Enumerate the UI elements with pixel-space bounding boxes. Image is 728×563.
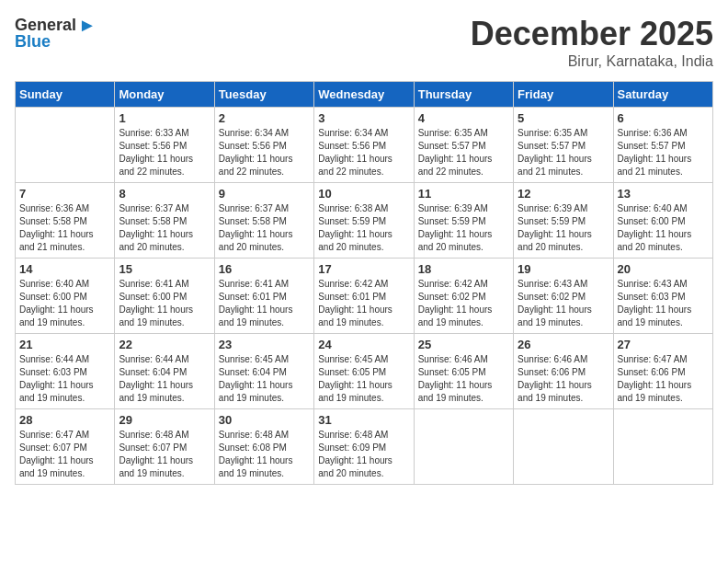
location-title: Birur, Karnataka, India bbox=[471, 53, 713, 70]
day-info: Sunrise: 6:35 AM Sunset: 5:57 PM Dayligh… bbox=[418, 127, 509, 178]
calendar-cell: 17Sunrise: 6:42 AM Sunset: 6:01 PM Dayli… bbox=[314, 259, 414, 334]
day-number: 14 bbox=[19, 262, 110, 276]
calendar-cell: 22Sunrise: 6:44 AM Sunset: 6:04 PM Dayli… bbox=[115, 334, 214, 409]
day-info: Sunrise: 6:45 AM Sunset: 6:04 PM Dayligh… bbox=[219, 353, 310, 405]
calendar-header-sunday: Sunday bbox=[16, 82, 115, 108]
day-number: 17 bbox=[318, 262, 409, 276]
calendar-cell: 7Sunrise: 6:36 AM Sunset: 5:58 PM Daylig… bbox=[16, 183, 115, 259]
month-title: December 2025 bbox=[471, 15, 713, 53]
calendar-week-row: 28Sunrise: 6:47 AM Sunset: 6:07 PM Dayli… bbox=[16, 409, 713, 485]
calendar-cell: 1Sunrise: 6:33 AM Sunset: 5:56 PM Daylig… bbox=[115, 108, 214, 183]
day-info: Sunrise: 6:40 AM Sunset: 6:00 PM Dayligh… bbox=[19, 278, 110, 329]
day-number: 3 bbox=[318, 111, 409, 125]
calendar-week-row: 21Sunrise: 6:44 AM Sunset: 6:03 PM Dayli… bbox=[16, 334, 713, 409]
calendar-cell: 24Sunrise: 6:45 AM Sunset: 6:05 PM Dayli… bbox=[314, 334, 414, 409]
calendar-cell: 15Sunrise: 6:41 AM Sunset: 6:00 PM Dayli… bbox=[115, 259, 214, 334]
day-info: Sunrise: 6:37 AM Sunset: 5:58 PM Dayligh… bbox=[119, 202, 210, 254]
calendar-cell bbox=[414, 409, 513, 485]
day-info: Sunrise: 6:46 AM Sunset: 6:05 PM Dayligh… bbox=[418, 353, 509, 405]
calendar-cell: 29Sunrise: 6:48 AM Sunset: 6:07 PM Dayli… bbox=[115, 409, 214, 485]
calendar-cell: 10Sunrise: 6:38 AM Sunset: 5:59 PM Dayli… bbox=[314, 183, 414, 259]
calendar-cell: 18Sunrise: 6:42 AM Sunset: 6:02 PM Dayli… bbox=[414, 259, 513, 334]
day-info: Sunrise: 6:34 AM Sunset: 5:56 PM Dayligh… bbox=[219, 127, 310, 178]
calendar-cell: 9Sunrise: 6:37 AM Sunset: 5:58 PM Daylig… bbox=[214, 183, 313, 259]
day-number: 16 bbox=[219, 262, 310, 276]
day-number: 11 bbox=[418, 187, 509, 201]
day-info: Sunrise: 6:42 AM Sunset: 6:01 PM Dayligh… bbox=[318, 278, 409, 329]
logo-blue: Blue bbox=[15, 32, 51, 52]
day-number: 26 bbox=[518, 338, 609, 351]
logo: General ► Blue bbox=[15, 15, 97, 52]
calendar-cell: 28Sunrise: 6:47 AM Sunset: 6:07 PM Dayli… bbox=[16, 409, 115, 485]
calendar-header-thursday: Thursday bbox=[414, 82, 513, 108]
day-info: Sunrise: 6:33 AM Sunset: 5:56 PM Dayligh… bbox=[119, 127, 210, 178]
day-number: 28 bbox=[19, 413, 110, 427]
day-info: Sunrise: 6:41 AM Sunset: 6:00 PM Dayligh… bbox=[119, 278, 210, 329]
calendar-cell bbox=[514, 409, 613, 485]
day-info: Sunrise: 6:48 AM Sunset: 6:09 PM Dayligh… bbox=[318, 429, 409, 480]
day-number: 23 bbox=[219, 338, 310, 351]
day-info: Sunrise: 6:43 AM Sunset: 6:03 PM Dayligh… bbox=[618, 278, 709, 329]
day-number: 7 bbox=[19, 187, 110, 201]
calendar-cell: 3Sunrise: 6:34 AM Sunset: 5:56 PM Daylig… bbox=[314, 108, 414, 183]
day-number: 13 bbox=[618, 187, 709, 201]
calendar-cell: 6Sunrise: 6:36 AM Sunset: 5:57 PM Daylig… bbox=[613, 108, 712, 183]
day-number: 22 bbox=[119, 338, 210, 351]
calendar-header-tuesday: Tuesday bbox=[214, 82, 313, 108]
calendar-week-row: 14Sunrise: 6:40 AM Sunset: 6:00 PM Dayli… bbox=[16, 259, 713, 334]
day-info: Sunrise: 6:39 AM Sunset: 5:59 PM Dayligh… bbox=[518, 202, 609, 254]
calendar-cell: 12Sunrise: 6:39 AM Sunset: 5:59 PM Dayli… bbox=[514, 183, 613, 259]
day-number: 2 bbox=[219, 111, 310, 125]
day-number: 19 bbox=[518, 262, 609, 276]
day-info: Sunrise: 6:43 AM Sunset: 6:02 PM Dayligh… bbox=[518, 278, 609, 329]
day-number: 21 bbox=[19, 338, 110, 351]
day-number: 8 bbox=[119, 187, 210, 201]
calendar-cell: 5Sunrise: 6:35 AM Sunset: 5:57 PM Daylig… bbox=[514, 108, 613, 183]
calendar-header-monday: Monday bbox=[115, 82, 214, 108]
calendar-cell: 8Sunrise: 6:37 AM Sunset: 5:58 PM Daylig… bbox=[115, 183, 214, 259]
title-section: December 2025 Birur, Karnataka, India bbox=[471, 15, 713, 70]
calendar-cell: 14Sunrise: 6:40 AM Sunset: 6:00 PM Dayli… bbox=[16, 259, 115, 334]
day-number: 15 bbox=[119, 262, 210, 276]
day-number: 27 bbox=[618, 338, 709, 351]
day-info: Sunrise: 6:35 AM Sunset: 5:57 PM Dayligh… bbox=[518, 127, 609, 178]
calendar-header-saturday: Saturday bbox=[613, 82, 712, 108]
calendar-cell: 26Sunrise: 6:46 AM Sunset: 6:06 PM Dayli… bbox=[514, 334, 613, 409]
day-info: Sunrise: 6:39 AM Sunset: 5:59 PM Dayligh… bbox=[418, 202, 509, 254]
calendar-header-friday: Friday bbox=[514, 82, 613, 108]
calendar-cell: 20Sunrise: 6:43 AM Sunset: 6:03 PM Dayli… bbox=[613, 259, 712, 334]
day-number: 20 bbox=[618, 262, 709, 276]
day-number: 1 bbox=[119, 111, 210, 125]
calendar-cell: 25Sunrise: 6:46 AM Sunset: 6:05 PM Dayli… bbox=[414, 334, 513, 409]
day-info: Sunrise: 6:48 AM Sunset: 6:08 PM Dayligh… bbox=[219, 429, 310, 480]
day-number: 4 bbox=[418, 111, 509, 125]
day-info: Sunrise: 6:42 AM Sunset: 6:02 PM Dayligh… bbox=[418, 278, 509, 329]
calendar-table: SundayMondayTuesdayWednesdayThursdayFrid… bbox=[15, 81, 713, 485]
calendar-cell: 23Sunrise: 6:45 AM Sunset: 6:04 PM Dayli… bbox=[214, 334, 313, 409]
calendar-cell: 19Sunrise: 6:43 AM Sunset: 6:02 PM Dayli… bbox=[514, 259, 613, 334]
day-info: Sunrise: 6:36 AM Sunset: 5:57 PM Dayligh… bbox=[618, 127, 709, 178]
calendar-cell bbox=[16, 108, 115, 183]
calendar-cell: 16Sunrise: 6:41 AM Sunset: 6:01 PM Dayli… bbox=[214, 259, 313, 334]
day-info: Sunrise: 6:44 AM Sunset: 6:04 PM Dayligh… bbox=[119, 353, 210, 405]
day-info: Sunrise: 6:45 AM Sunset: 6:05 PM Dayligh… bbox=[318, 353, 409, 405]
calendar-cell bbox=[613, 409, 712, 485]
calendar-cell: 31Sunrise: 6:48 AM Sunset: 6:09 PM Dayli… bbox=[314, 409, 414, 485]
day-number: 31 bbox=[318, 413, 409, 427]
day-info: Sunrise: 6:37 AM Sunset: 5:58 PM Dayligh… bbox=[219, 202, 310, 254]
day-info: Sunrise: 6:38 AM Sunset: 5:59 PM Dayligh… bbox=[318, 202, 409, 254]
calendar-cell: 11Sunrise: 6:39 AM Sunset: 5:59 PM Dayli… bbox=[414, 183, 513, 259]
calendar-cell: 13Sunrise: 6:40 AM Sunset: 6:00 PM Dayli… bbox=[613, 183, 712, 259]
calendar-cell: 21Sunrise: 6:44 AM Sunset: 6:03 PM Dayli… bbox=[16, 334, 115, 409]
calendar-header-wednesday: Wednesday bbox=[314, 82, 414, 108]
calendar-cell: 2Sunrise: 6:34 AM Sunset: 5:56 PM Daylig… bbox=[214, 108, 313, 183]
day-number: 12 bbox=[518, 187, 609, 201]
day-number: 9 bbox=[219, 187, 310, 201]
day-info: Sunrise: 6:41 AM Sunset: 6:01 PM Dayligh… bbox=[219, 278, 310, 329]
calendar-week-row: 1Sunrise: 6:33 AM Sunset: 5:56 PM Daylig… bbox=[16, 108, 713, 183]
day-number: 29 bbox=[119, 413, 210, 427]
calendar-header-row: SundayMondayTuesdayWednesdayThursdayFrid… bbox=[16, 82, 713, 108]
day-number: 18 bbox=[418, 262, 509, 276]
page-header: General ► Blue December 2025 Birur, Karn… bbox=[15, 15, 713, 70]
day-number: 24 bbox=[318, 338, 409, 351]
